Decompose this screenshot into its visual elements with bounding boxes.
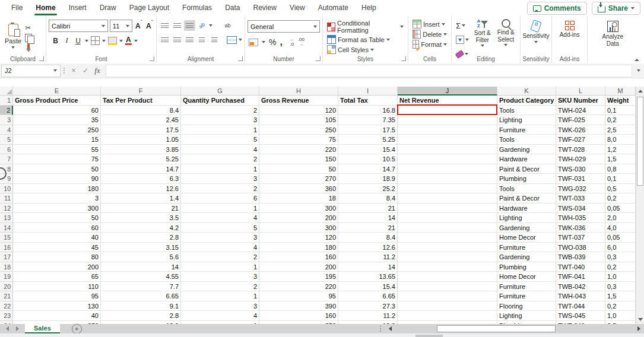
cell-H15[interactable]: 120 <box>259 233 338 243</box>
cell-J15[interactable] <box>398 233 497 243</box>
underline-button[interactable]: U <box>74 37 83 45</box>
cell-H21[interactable]: 95 <box>259 291 338 301</box>
find-select-button[interactable]: Find & Select <box>494 18 518 47</box>
cell-F10[interactable]: 12.6 <box>101 184 181 194</box>
borders-button[interactable] <box>91 36 100 45</box>
cell-E20[interactable]: 110 <box>13 282 101 292</box>
insert-cells-button[interactable]: Insert <box>411 19 449 29</box>
cell-F6[interactable]: 3.85 <box>101 145 181 155</box>
cell-M13[interactable]: 2,0 <box>605 213 636 223</box>
cell-E15[interactable]: 40 <box>13 233 101 243</box>
number-format-select[interactable]: General <box>248 20 320 33</box>
cell-L5[interactable]: TWF-027 <box>556 135 605 145</box>
cell-F13[interactable]: 3.5 <box>101 213 181 223</box>
cell-F5[interactable]: 1.05 <box>101 135 181 145</box>
cell-J7[interactable] <box>398 154 497 164</box>
comma-style-button[interactable]: , <box>280 39 282 45</box>
cell-K1[interactable]: Product Category <box>497 96 556 106</box>
cell-I20[interactable]: 15.4 <box>338 282 398 292</box>
cell-L6[interactable]: TWT-028 <box>556 145 605 155</box>
cell-I17[interactable]: 11.2 <box>338 252 398 262</box>
cell-K5[interactable]: Tools <box>497 135 556 145</box>
cell-I13[interactable]: 14 <box>338 213 398 223</box>
cell-M8[interactable]: 0,8 <box>605 164 636 174</box>
cell-F18[interactable]: 14 <box>101 262 181 272</box>
cell-M3[interactable]: 0,2 <box>605 115 636 125</box>
cell-F20[interactable]: 7.7 <box>101 282 181 292</box>
cell-L17[interactable]: TWB-039 <box>556 252 605 262</box>
name-box[interactable]: J2 <box>1 65 61 77</box>
cell-M5[interactable]: 8,0 <box>605 135 636 145</box>
cell-I11[interactable]: 8.4 <box>338 193 398 204</box>
cell-M23[interactable]: 1,0 <box>605 311 636 321</box>
cell-E14[interactable]: 60 <box>13 223 101 233</box>
column-header-H[interactable]: H <box>259 87 338 96</box>
insert-function-button[interactable]: fx <box>91 66 103 75</box>
cell-G6[interactable]: 4 <box>181 145 259 155</box>
cut-button[interactable]: ✂ <box>25 24 32 32</box>
cell-G1[interactable]: Quantity Purchased <box>181 96 259 106</box>
cell-J16[interactable] <box>398 243 497 253</box>
cell-H11[interactable]: 18 <box>259 193 338 204</box>
cell-F17[interactable]: 5.6 <box>101 252 181 262</box>
cell-F14[interactable]: 4.2 <box>101 223 181 233</box>
cell-F11[interactable]: 1.4 <box>101 193 181 204</box>
enter-button[interactable]: ✓ <box>80 66 91 75</box>
row-header-15[interactable]: 15 <box>0 233 13 243</box>
cell-J21[interactable] <box>398 291 497 301</box>
cell-F9[interactable]: 6.3 <box>101 174 181 184</box>
cell-J14[interactable] <box>398 223 497 233</box>
row-header-4[interactable]: 4 <box>0 125 13 135</box>
fill-color-button[interactable] <box>108 37 117 45</box>
cell-J5[interactable] <box>398 135 497 145</box>
cell-H9[interactable]: 270 <box>259 174 338 184</box>
scrollbar-splitter[interactable] <box>380 326 381 332</box>
cell-M10[interactable]: 0,5 <box>605 184 636 194</box>
row-header-17[interactable]: 17 <box>0 252 13 262</box>
cell-H12[interactable]: 300 <box>259 204 338 214</box>
next-sheet-button[interactable] <box>16 326 19 331</box>
cell-L19[interactable]: TWF-041 <box>556 272 605 282</box>
cell-I7[interactable]: 10.5 <box>338 154 398 164</box>
cell-M14[interactable]: 4,0 <box>605 223 636 233</box>
cell-E21[interactable]: 95 <box>13 291 101 301</box>
column-header-G[interactable]: G <box>181 87 259 96</box>
cell-I4[interactable]: 17.5 <box>338 125 398 135</box>
increase-decimal-button[interactable]: ←.0 <box>290 37 294 47</box>
cell-F2[interactable]: 8.4 <box>101 106 181 116</box>
tab-insert[interactable]: Insert <box>62 0 93 16</box>
cell-I23[interactable]: 11.2 <box>338 311 398 321</box>
cell-G12[interactable]: 1 <box>181 204 259 214</box>
cell-E13[interactable]: 50 <box>13 213 101 223</box>
cell-K20[interactable]: Furniture <box>497 282 556 292</box>
align-right-button[interactable] <box>184 34 195 45</box>
expand-formula-bar-icon[interactable] <box>637 69 640 72</box>
cell-G21[interactable]: 1 <box>181 291 259 301</box>
row-header-16[interactable]: 16 <box>0 243 13 253</box>
cell-H4[interactable]: 250 <box>259 125 338 135</box>
cell-M7[interactable]: 1,5 <box>605 154 636 164</box>
cell-H13[interactable]: 200 <box>259 213 338 223</box>
cell-K22[interactable]: Flooring <box>497 301 556 311</box>
cell-K17[interactable]: Gardening <box>497 252 556 262</box>
row-header-6[interactable]: 6 <box>0 145 13 155</box>
cell-G10[interactable]: 2 <box>181 184 259 194</box>
cell-H7[interactable]: 150 <box>259 154 338 164</box>
cell-G20[interactable]: 2 <box>181 282 259 292</box>
cell-G14[interactable]: 5 <box>181 223 259 233</box>
cell-G9[interactable]: 3 <box>181 174 259 184</box>
cell-E8[interactable]: 50 <box>13 164 101 174</box>
clipboard-dialog-launcher-icon[interactable] <box>39 56 44 61</box>
cell-styles-button[interactable]: Cell Styles <box>325 44 405 55</box>
chevron-down-icon[interactable] <box>119 40 123 42</box>
cell-L21[interactable]: TWH-043 <box>556 291 605 301</box>
vertical-scrollbar[interactable] <box>636 87 644 324</box>
cell-K7[interactable]: Hardware <box>497 154 556 164</box>
cell-K6[interactable]: Gardening <box>497 145 556 155</box>
chevron-down-icon[interactable] <box>239 39 242 41</box>
cell-M21[interactable]: 1,5 <box>605 291 636 301</box>
cell-J17[interactable] <box>398 252 497 262</box>
row-header-12[interactable]: 12 <box>0 204 13 214</box>
cell-I21[interactable]: 6.65 <box>338 291 398 301</box>
cell-F19[interactable]: 4.55 <box>101 272 181 282</box>
